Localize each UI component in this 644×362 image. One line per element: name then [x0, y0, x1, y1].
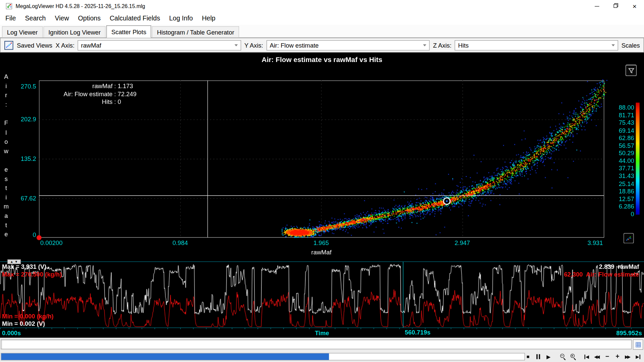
- table-view-button[interactable]: [633, 340, 643, 350]
- x-axis-title: rawMaf: [0, 249, 643, 256]
- mini-scatter-icon: [625, 235, 632, 242]
- log-strip-panel: ▲ ▼ Max = 3.931 (V) Max = 270.500 (kg/h)…: [0, 261, 644, 338]
- pause-button[interactable]: [534, 352, 543, 361]
- chevron-down-icon: [234, 44, 238, 46]
- cursor-red-value: 62.300 Air: Flow estimate: [564, 271, 639, 278]
- legend-label: 37.71: [612, 165, 634, 172]
- x-axis-select[interactable]: rawMaf: [78, 40, 241, 50]
- zoom-in-icon: +: [570, 353, 577, 360]
- close-icon: ×: [633, 3, 637, 10]
- skip-start-button[interactable]: ◀: [582, 352, 591, 361]
- pause-bar: [536, 354, 538, 359]
- skip-bar: [584, 354, 585, 359]
- close-button[interactable]: ×: [625, 0, 644, 12]
- readout-label: rawMaf: [40, 82, 113, 90]
- tab-scatter-plots[interactable]: Scatter Plots: [106, 25, 151, 38]
- scatter-options-button[interactable]: [624, 233, 634, 244]
- y-axis-select[interactable]: Air: Flow estimate: [266, 40, 430, 50]
- rewind-icon: ◀◀: [594, 354, 600, 359]
- legend-label: 6.286: [612, 203, 634, 210]
- menu-log-info[interactable]: Log Info: [165, 12, 198, 25]
- plus-button[interactable]: +: [613, 352, 622, 361]
- megalogviewer-window: MegaLogViewer HD 4.5.28 - 2025-11-26_15.…: [0, 0, 644, 362]
- x-axis-value: rawMaf: [81, 42, 101, 49]
- x-tick-label: 0.00200: [40, 239, 62, 246]
- play-button[interactable]: ▶: [544, 352, 553, 361]
- app-icon: [6, 3, 12, 10]
- legend-label: 81.71: [612, 112, 634, 119]
- stop-button[interactable]: ■: [523, 352, 533, 361]
- rewind-button[interactable]: ◀◀: [592, 352, 602, 361]
- tab-log-viewer[interactable]: Log Viewer: [2, 26, 43, 37]
- menu-view[interactable]: View: [50, 12, 73, 25]
- legend-label: 50.29: [612, 149, 634, 157]
- y-axis-letter: r: [5, 91, 7, 100]
- zoom-out-button[interactable]: −: [558, 352, 568, 361]
- axis-toolbar: Saved Views X Axis: rawMaf Y Axis: Air: …: [0, 38, 644, 53]
- time-axis-label: Time: [0, 329, 644, 337]
- zoom-in-button[interactable]: +: [569, 352, 578, 361]
- x-tick-label: 3.931: [588, 239, 603, 246]
- filter-icon: [627, 67, 635, 74]
- readout-value: 1.173: [118, 82, 133, 90]
- skip-end-button[interactable]: ▶: [633, 352, 643, 361]
- maximize-icon: [613, 2, 619, 10]
- skip-arrow: ▶: [636, 354, 639, 359]
- legend-colorbar: [636, 103, 640, 215]
- readout-label: Air: Flow estimate: [40, 90, 113, 98]
- maximize-button[interactable]: [606, 0, 625, 12]
- transport-controls: ■▶−+◀◀◀−+▶▶▶: [523, 352, 643, 361]
- white-min-label: Min = 0.002 (V): [2, 320, 45, 327]
- splitter-down-icon: ▼: [14, 260, 18, 263]
- red-max-label: Max = 270.500 (kg/h): [2, 271, 62, 278]
- filter-button[interactable]: [626, 65, 637, 76]
- window-title: MegaLogViewer HD 4.5.28 - 2025-11-26_15.…: [16, 3, 145, 9]
- y-axis-letter: t: [5, 221, 7, 230]
- y-axis-letter: m: [4, 202, 9, 212]
- y-tick-label: 135.2: [0, 155, 36, 162]
- readout-separator: :: [113, 90, 118, 98]
- y-tick-label: 0: [0, 231, 36, 238]
- skip-bar: [640, 354, 640, 359]
- x-tick-label: 1.965: [314, 239, 329, 246]
- playback-progress[interactable]: [1, 353, 525, 360]
- y-axis-letter: a: [4, 211, 8, 221]
- minimize-button[interactable]: [587, 0, 606, 12]
- legend-label: 62.86: [612, 134, 634, 141]
- cursor-white-value: 2.839 rawMaf: [599, 263, 639, 270]
- menu-calculated-fields[interactable]: Calculated Fields: [105, 12, 164, 25]
- y-axis-letter: s: [5, 174, 8, 184]
- menu-options[interactable]: Options: [73, 12, 105, 25]
- scales-button[interactable]: Scales: [622, 42, 640, 49]
- menu-file[interactable]: File: [1, 12, 20, 25]
- readout-row: rawMaf : 1.173: [40, 82, 137, 90]
- tab-ignition-log-viewer[interactable]: Ignition Log Viewer: [44, 26, 106, 37]
- minus-button[interactable]: −: [602, 352, 612, 361]
- legend-label: 0: [612, 210, 634, 218]
- legend-label: 12.57: [612, 195, 634, 202]
- menu-help[interactable]: Help: [197, 12, 220, 25]
- splitter-up-icon: ▲: [10, 260, 13, 263]
- y-tick-label: 202.9: [0, 116, 36, 123]
- saved-views-icon[interactable]: [4, 41, 13, 50]
- plus-icon: +: [615, 353, 619, 360]
- transport-bar: ■▶−+◀◀◀−+▶▶▶: [0, 351, 644, 362]
- saved-views-label[interactable]: Saved Views: [17, 42, 52, 49]
- scatter-title: Air: Flow estimate vs rawMaf vs Hits: [0, 56, 644, 64]
- magnifier-lens: +: [570, 354, 574, 358]
- chevron-down-icon: [611, 44, 615, 46]
- z-axis-select[interactable]: Hits: [455, 40, 618, 50]
- panel-splitter[interactable]: ▲ ▼: [7, 259, 20, 264]
- tab-histogram-table-generator[interactable]: Histogram / Table Generator: [152, 26, 239, 37]
- z-axis-label: Z Axis:: [433, 42, 451, 49]
- menu-search[interactable]: Search: [20, 12, 50, 25]
- chevron-down-icon: [423, 44, 427, 46]
- strip-chart-canvas[interactable]: [0, 261, 644, 338]
- time-end-label: 895.952s: [616, 329, 642, 337]
- time-scrollbar[interactable]: [1, 340, 632, 349]
- fast-forward-button[interactable]: ▶▶: [623, 352, 633, 361]
- white-max-label: Max = 3.931 (V): [2, 263, 46, 270]
- grid-icon: [635, 341, 641, 348]
- y-axis-label: Y Axis:: [245, 42, 263, 49]
- stop-icon: ■: [527, 354, 530, 359]
